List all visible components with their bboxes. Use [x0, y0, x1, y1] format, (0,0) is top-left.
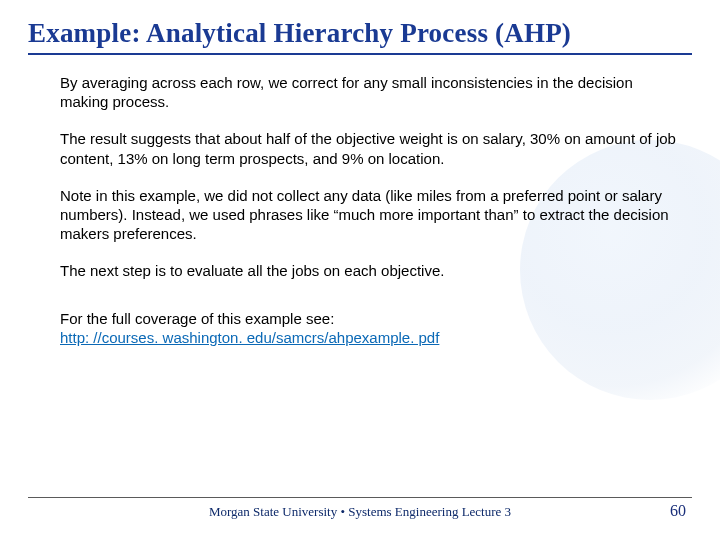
- footer-rule: [28, 497, 692, 498]
- footer: Morgan State University • Systems Engine…: [28, 497, 692, 520]
- reference-link[interactable]: http: //courses. washington. edu/samcrs/…: [60, 329, 439, 346]
- paragraph-1: By averaging across each row, we correct…: [60, 73, 676, 111]
- slide-container: Example: Analytical Hierarchy Process (A…: [0, 0, 720, 540]
- page-number: 60: [670, 502, 686, 520]
- paragraph-5: For the full coverage of this example se…: [60, 309, 676, 347]
- slide-title: Example: Analytical Hierarchy Process (A…: [28, 18, 692, 55]
- paragraph-2: The result suggests that about half of t…: [60, 129, 676, 167]
- slide-body: By averaging across each row, we correct…: [28, 73, 692, 347]
- paragraph-4: The next step is to evaluate all the job…: [60, 261, 676, 280]
- reference-label: For the full coverage of this example se…: [60, 310, 334, 327]
- paragraph-3: Note in this example, we did not collect…: [60, 186, 676, 244]
- footer-text: Morgan State University • Systems Engine…: [28, 504, 692, 520]
